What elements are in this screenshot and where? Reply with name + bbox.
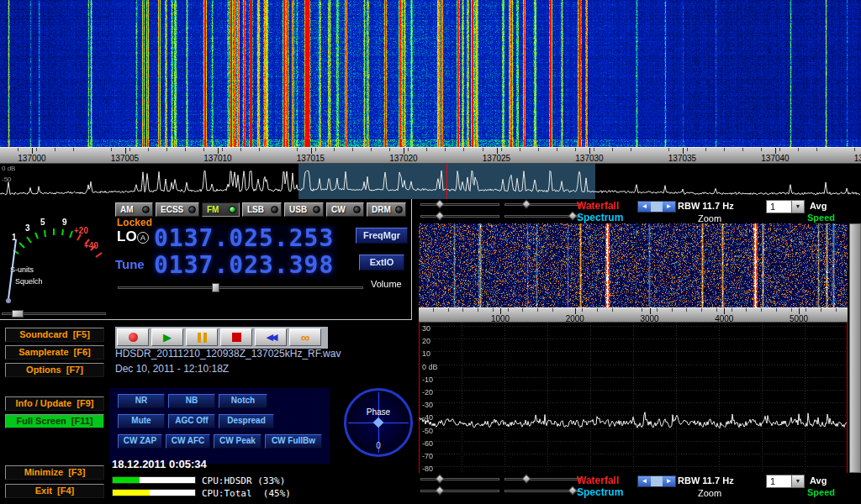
freqmgr-button[interactable]: FreqMgr <box>356 228 408 244</box>
loop-button[interactable]: ∞ <box>289 328 321 346</box>
waterfall-contrast-slider-bottom[interactable] <box>504 475 580 484</box>
waterfall-brightness-slider-top[interactable] <box>420 200 499 209</box>
lo-frequency-display[interactable]: 0137.025.253 <box>151 225 336 251</box>
rewind-button[interactable]: ◀◀ <box>255 328 287 346</box>
volume-slider[interactable] <box>118 283 363 292</box>
ruler-tick <box>650 308 651 314</box>
mode-led-icon <box>313 206 320 213</box>
s-meter: 1 3 5 9 +20 +40 S-units Squelch <box>2 202 108 307</box>
spectrum-low-slider-top[interactable] <box>420 212 499 221</box>
speed-dropdown-bottom[interactable]: 1▼ <box>766 475 805 488</box>
main-waterfall[interactable] <box>0 0 861 147</box>
ruler-label: 137010 <box>203 154 231 163</box>
zoom-scrollbar-bottom[interactable]: ◄► <box>637 475 676 487</box>
play-button[interactable]: ▶ <box>151 328 183 346</box>
mode-button-am[interactable]: AM <box>115 202 153 217</box>
tune-frequency-display[interactable]: 0137.023.398 <box>151 252 336 278</box>
zoom-right-arrow-icon[interactable]: ► <box>663 476 675 486</box>
mode-button-fm[interactable]: FM <box>202 202 240 217</box>
mode-led-icon <box>271 206 278 213</box>
spectrum-label-bottom[interactable]: Spectrum <box>577 486 623 498</box>
cpu-total-bar <box>112 489 196 496</box>
dsp-notch-button[interactable]: Notch <box>219 394 267 408</box>
rewind-icon: ◀◀ <box>267 332 276 343</box>
zoom-track[interactable] <box>651 202 663 212</box>
dsp-nb-button[interactable]: NB <box>168 394 215 408</box>
slider-thumb[interactable] <box>435 199 444 208</box>
zoom-left-arrow-icon[interactable]: ◄ <box>638 476 651 486</box>
slider-groove <box>420 203 499 206</box>
dsp-cw-fullbw-button[interactable]: CW FullBw <box>265 434 322 449</box>
smeter-scale-9: 9 <box>62 218 67 227</box>
mode-button-lsb[interactable]: LSB <box>242 202 282 217</box>
slider-thumb[interactable] <box>568 211 577 220</box>
mode-button-cw[interactable]: CW <box>326 202 364 217</box>
lo-lock-badge[interactable]: A <box>137 232 149 244</box>
spectrum-high-slider-top[interactable] <box>504 212 580 221</box>
spectrum-label-top[interactable]: Spectrum <box>577 212 623 223</box>
squelch-thumb[interactable] <box>12 310 24 318</box>
mode-button-ecss[interactable]: ECSS <box>156 202 199 217</box>
slider-thumb[interactable] <box>435 474 444 483</box>
fullscreen-button[interactable]: Full Screen [F11] <box>5 414 104 428</box>
record-icon <box>129 333 138 342</box>
pause-button[interactable] <box>186 328 218 346</box>
waterfall-brightness-slider-bottom[interactable] <box>420 475 499 484</box>
volume-thumb[interactable] <box>212 283 219 292</box>
zoom-right-arrow-icon[interactable]: ► <box>663 202 675 212</box>
recording-date: Dec 10, 2011 - 12:10:18Z <box>115 363 229 375</box>
zoom-label-bottom: Zoom <box>698 488 721 498</box>
squelch-slider[interactable] <box>2 309 106 318</box>
audio-spectrum[interactable] <box>419 323 848 473</box>
slider-thumb[interactable] <box>521 199 531 208</box>
zoom-track[interactable] <box>651 476 663 486</box>
speed-dropdown-top[interactable]: 1▼ <box>766 200 805 213</box>
waterfall-label-top[interactable]: Waterfall <box>577 200 619 212</box>
zoom-label-top: Zoom <box>698 213 721 223</box>
waterfall-label-bottom[interactable]: Waterfall <box>577 475 619 486</box>
phase-label: Phase <box>346 407 410 417</box>
exit-button[interactable]: Exit [F4] <box>5 484 104 498</box>
mode-label: ECSS <box>161 205 183 214</box>
options-button[interactable]: Options [F7] <box>5 363 104 377</box>
dsp-nr-button[interactable]: NR <box>118 394 165 408</box>
extio-button[interactable]: ExtIO <box>359 255 404 270</box>
record-button[interactable] <box>117 328 149 346</box>
spectrum-high-slider-bottom[interactable] <box>504 486 580 496</box>
rbw-label-bottom: RBW 11.7 Hz <box>678 475 734 486</box>
dropdown-arrow-icon[interactable]: ▼ <box>791 475 804 487</box>
slider-thumb[interactable] <box>568 486 577 495</box>
dsp-cw-zap-button[interactable]: CW ZAP <box>118 434 162 449</box>
playback-controls: ▶◀◀∞ <box>115 327 328 349</box>
waterfall-contrast-slider-top[interactable] <box>504 200 580 209</box>
dropdown-arrow-icon[interactable]: ▼ <box>791 201 804 213</box>
dsp-mute-button[interactable]: Mute <box>118 414 165 428</box>
tune-cursor <box>446 164 447 199</box>
main-spectrum[interactable]: 0 dB -50 <box>0 164 861 199</box>
info-update-button[interactable]: Info / Update [F9] <box>5 396 104 411</box>
zoom-left-arrow-icon[interactable]: ◄ <box>638 202 651 212</box>
stop-button[interactable] <box>220 328 252 346</box>
slider-thumb[interactable] <box>435 486 444 495</box>
right-scrollbar[interactable] <box>849 223 861 473</box>
display-controls-bottom: WaterfallSpectrum◄►RBW 11.7 HzZoom1▼AvgS… <box>417 475 861 500</box>
samplerate-button[interactable]: Samplerate [F6] <box>5 345 104 360</box>
zoom-scrollbar-top[interactable]: ◄► <box>637 201 676 213</box>
audio-waterfall[interactable] <box>419 223 848 307</box>
dsp-despread-button[interactable]: Despread <box>219 414 274 428</box>
dsp-agc-off-button[interactable]: AGC Off <box>168 414 215 428</box>
right-frequency-ruler[interactable]: 10002000300040005000 <box>419 307 848 323</box>
dsp-cw-peak-button[interactable]: CW Peak <box>214 434 261 449</box>
main-frequency-ruler[interactable]: 1370001370051370101370151370201370251370… <box>0 147 861 164</box>
minimize-button[interactable]: Minimize [F3] <box>5 465 104 480</box>
soundcard-button[interactable]: Soundcard [F5] <box>5 328 104 342</box>
speed-label-bottom: Speed <box>807 487 835 497</box>
spectrum-low-slider-bottom[interactable] <box>420 486 499 496</box>
mode-button-usb[interactable]: USB <box>284 202 324 217</box>
mode-button-drm[interactable]: DRM <box>367 202 406 217</box>
slider-thumb[interactable] <box>521 474 531 483</box>
ruler-minor-ticks <box>419 308 848 312</box>
slider-groove <box>504 203 580 206</box>
slider-thumb[interactable] <box>435 211 444 220</box>
dsp-cw-afc-button[interactable]: CW AFC <box>166 434 210 449</box>
